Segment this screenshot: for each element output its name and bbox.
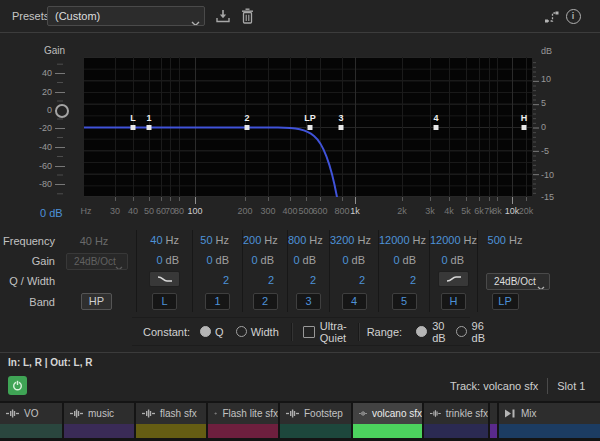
- frequency-row-label: Frequency: [0, 235, 55, 247]
- eq-band-handle-2[interactable]: [245, 125, 250, 130]
- hp-band-button[interactable]: HP: [81, 293, 112, 310]
- slot-label: Slot 1: [557, 380, 585, 392]
- band-L-gain[interactable]: 0dB: [137, 250, 192, 270]
- band-L-shelf-button[interactable]: [149, 271, 180, 287]
- tab-flash-sfx[interactable]: flash sfx: [136, 403, 206, 441]
- band-3-toggle-button[interactable]: 3: [296, 293, 321, 310]
- band-1-toggle-button[interactable]: 1: [205, 293, 230, 310]
- band-2-q[interactable]: 2: [243, 270, 287, 290]
- eq-band-handle-LP[interactable]: [308, 125, 313, 130]
- band-3-frequency[interactable]: 800Hz: [288, 230, 329, 250]
- save-preset-icon[interactable]: [214, 8, 232, 24]
- svg-text:L: L: [130, 113, 136, 123]
- tab-mix[interactable]: Mix: [499, 403, 600, 441]
- lp-slope-dropdown[interactable]: 24dB/Oct: [486, 273, 550, 290]
- band-row-label: Band: [0, 296, 55, 308]
- eq-band-handle-L[interactable]: [131, 125, 136, 130]
- band-column-H: 12000Hz0dBH: [430, 230, 478, 312]
- band-4-q[interactable]: 2: [330, 270, 378, 290]
- parametric-eq-panel: Presets: (Custom): [0, 0, 600, 441]
- band-column-2: 200Hz0dB22: [243, 230, 288, 312]
- tab-color-band: [499, 424, 600, 438]
- freq-tick-500: 500: [298, 206, 313, 216]
- gain-slider-title: Gain: [44, 45, 65, 56]
- eq-band-handle-3[interactable]: [339, 125, 344, 130]
- band-H-q[interactable]: [430, 270, 477, 290]
- eq-band-handle-1[interactable]: [147, 125, 152, 130]
- band-4-gain[interactable]: 0dB: [330, 250, 378, 270]
- lp-slope-value: 24dB/Oct: [494, 276, 536, 287]
- band-5-q[interactable]: 2: [379, 270, 429, 290]
- range-30db-radio[interactable]: [416, 326, 427, 337]
- db-tick-dB: dB: [541, 46, 552, 56]
- tab-vo[interactable]: VO: [0, 403, 62, 441]
- gain-slider-knob[interactable]: [55, 104, 69, 118]
- band-1-frequency[interactable]: 50Hz: [193, 230, 242, 250]
- db-tick-10: 10: [541, 74, 551, 84]
- band-4-frequency[interactable]: 3200Hz: [330, 230, 378, 250]
- band-2-frequency[interactable]: 200Hz: [243, 230, 287, 250]
- eq-graph[interactable]: L12LP34H: [84, 57, 532, 197]
- constant-q-label[interactable]: Q: [215, 326, 224, 338]
- band-5-toggle-button[interactable]: 5: [392, 293, 417, 310]
- constant-width-radio[interactable]: [236, 326, 247, 337]
- band-5-gain[interactable]: 0dB: [379, 250, 429, 270]
- band-H-toggle-button[interactable]: H: [441, 293, 466, 310]
- band-5-frequency[interactable]: 12000Hz: [379, 230, 429, 250]
- freq-tick-800: 800: [334, 206, 349, 216]
- tab-footstep[interactable]: Footstep: [280, 403, 351, 441]
- tab-color-band: [490, 424, 497, 438]
- ultra-quiet-label[interactable]: Ultra-Quiet: [320, 320, 347, 344]
- band-H-gain[interactable]: 0dB: [430, 250, 477, 270]
- band-4-toggle-button[interactable]: 4: [342, 293, 367, 310]
- tab-label: Footstep: [304, 408, 343, 419]
- freq-tick-40: 40: [128, 206, 138, 216]
- freq-tick-50: 50: [144, 206, 154, 216]
- band-H-frequency[interactable]: 12000Hz: [430, 230, 477, 250]
- tab-flash-lite-sfx[interactable]: Flash lite sfx: [208, 403, 278, 441]
- band-1-q[interactable]: 2: [193, 270, 242, 290]
- db-tick--5: -5: [541, 146, 549, 156]
- presets-dropdown[interactable]: (Custom): [47, 6, 205, 26]
- frequency-axis-ticks: [84, 197, 532, 206]
- ultra-quiet-checkbox[interactable]: [303, 326, 315, 338]
- tab-partial[interactable]: [490, 403, 497, 441]
- band-H-shelf-button[interactable]: [438, 271, 469, 287]
- range-96db-radio[interactable]: [456, 326, 467, 337]
- range-96db-label[interactable]: 96 dB: [472, 320, 485, 344]
- band-2-toggle-button[interactable]: 2: [253, 293, 278, 310]
- tab-color-band: [424, 424, 488, 438]
- tab-label: flash sfx: [160, 408, 197, 419]
- db-tick--10: -10: [541, 170, 554, 180]
- band-L-q[interactable]: [137, 270, 192, 290]
- hp-slope-dropdown: 24dB/Oct: [66, 253, 128, 270]
- band-L-frequency[interactable]: 40Hz: [137, 230, 192, 250]
- tab-volcano-sfx[interactable]: volcano sfx: [353, 403, 422, 441]
- hp-slope-value: 24dB/Oct: [74, 256, 116, 267]
- tab-trinkle-sfx[interactable]: trinkle sfx: [424, 403, 488, 441]
- lp-band-button[interactable]: LP: [492, 293, 519, 310]
- eq-band-handle-H[interactable]: [522, 125, 527, 130]
- constant-q-radio[interactable]: [200, 326, 211, 337]
- freq-tick-600: 600: [312, 206, 327, 216]
- band-3-q[interactable]: 2: [288, 270, 329, 290]
- lp-frequency-value[interactable]: 500Hz: [478, 230, 532, 250]
- db-tick-0: 0: [541, 122, 546, 132]
- eq-band-handle-4[interactable]: [434, 125, 439, 130]
- band-L-toggle-button[interactable]: L: [152, 293, 177, 310]
- gain-scale--40: -40: [28, 142, 52, 152]
- range-30db-label[interactable]: 30 dB: [432, 320, 445, 344]
- tab-music[interactable]: music: [64, 403, 134, 441]
- gain-scale-20: 20: [28, 87, 52, 97]
- band-1-gain[interactable]: 0dB: [193, 250, 242, 270]
- constant-width-label[interactable]: Width: [251, 326, 279, 338]
- freq-tick-8k: 8k: [492, 206, 502, 216]
- band-2-gain[interactable]: 0dB: [243, 250, 287, 270]
- hp-frequency-value[interactable]: 40 Hz: [56, 235, 132, 247]
- gain-scale--80: -80: [28, 179, 52, 189]
- effect-power-button[interactable]: [8, 376, 27, 395]
- frequency-axis-labels: Hz3040506070801002003004005006008001k2k3…: [0, 206, 600, 218]
- delete-preset-icon[interactable]: [240, 7, 254, 24]
- constant-label: Constant:: [143, 326, 190, 338]
- band-3-gain[interactable]: 0dB: [288, 250, 329, 270]
